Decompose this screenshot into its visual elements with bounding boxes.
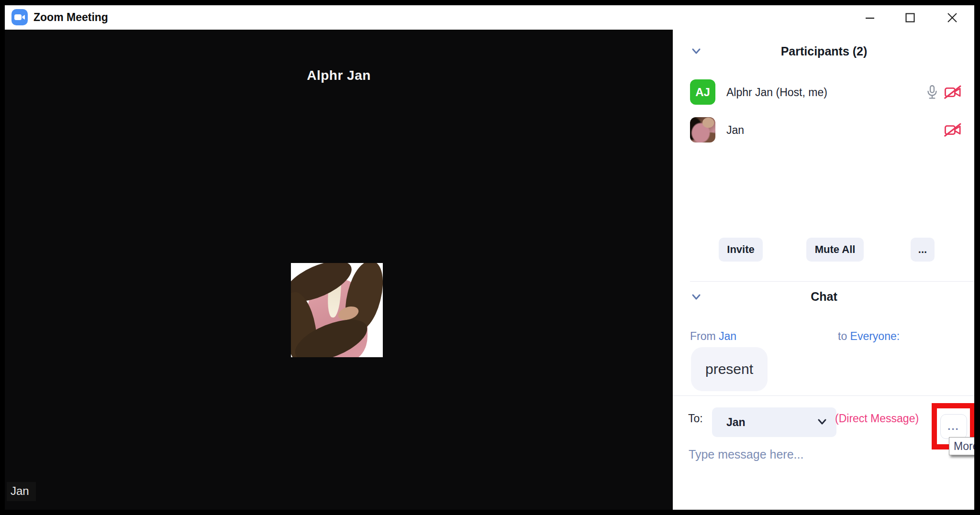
minimize-button[interactable] [857, 5, 883, 30]
window-frame [0, 0, 5, 515]
chevron-down-icon [816, 416, 828, 430]
participant-name: Alphr Jan (Host, me) [726, 86, 827, 99]
from-label: From [690, 330, 716, 342]
maximize-button[interactable] [897, 5, 924, 30]
camera-off-icon [944, 123, 965, 139]
avatar: AJ [690, 79, 715, 105]
mute-all-button[interactable]: Mute All [806, 238, 864, 262]
window-frame [0, 0, 980, 5]
chat-message-recipient: to Everyone: [838, 330, 900, 343]
avatar [690, 117, 715, 142]
active-speaker-name: Alphr Jan [5, 68, 673, 83]
recipient-dropdown[interactable]: Jan [712, 407, 836, 437]
microphone-icon [924, 84, 940, 102]
recipient-link[interactable]: Everyone: [850, 330, 900, 342]
window-frame [974, 0, 980, 515]
zoom-app-icon [11, 9, 28, 26]
video-name-label: Jan [7, 482, 36, 501]
chat-more-button[interactable]: ... [940, 414, 967, 439]
chat-header: Chat [673, 290, 975, 304]
sender-link[interactable]: Jan [719, 330, 736, 342]
window-frame [0, 510, 980, 515]
to-label: To: [688, 412, 703, 425]
participants-header: Participants (2) [673, 44, 975, 58]
title-bar: Zoom Meeting [5, 5, 974, 30]
participant-name: Jan [726, 124, 744, 137]
main-video-area: Alphr Jan Jan [5, 30, 673, 510]
invite-button[interactable]: Invite [719, 238, 763, 262]
chat-message-bubble: present [691, 347, 768, 391]
video-thumbnail[interactable] [291, 263, 383, 357]
participant-row[interactable]: AJ Alphr Jan (Host, me) [673, 79, 975, 105]
window-title: Zoom Meeting [33, 5, 108, 30]
direct-message-label: (Direct Message) [835, 412, 919, 425]
section-divider [690, 281, 975, 282]
close-button[interactable] [939, 5, 966, 30]
participant-row[interactable]: Jan [673, 117, 975, 142]
chat-message-meta: From Jan [690, 330, 736, 343]
camera-off-icon [944, 85, 965, 101]
compose-divider [673, 395, 975, 396]
chat-message-input[interactable] [688, 447, 958, 477]
participants-more-button[interactable]: ... [911, 238, 935, 262]
zoom-meeting-window: Zoom Meeting Alphr Jan Jan [0, 0, 980, 515]
to-label: to [838, 330, 847, 342]
recipient-dropdown-value: Jan [712, 416, 746, 429]
side-panel: Participants (2) AJ Alphr Jan (Host, me) [673, 30, 975, 510]
